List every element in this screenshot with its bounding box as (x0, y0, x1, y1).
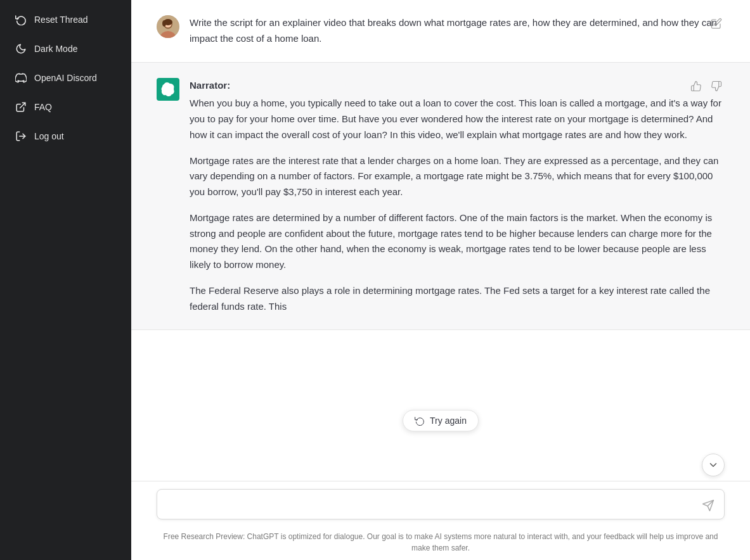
sidebar-item-reset-thread[interactable]: Reset Thread (5, 6, 126, 33)
user-message-block: Write the script for an explainer video … (131, 0, 750, 63)
input-wrapper (157, 489, 725, 523)
svg-line-0 (20, 103, 25, 108)
try-again-container: Try again (131, 449, 750, 481)
sidebar-label-reset-thread: Reset Thread (34, 15, 88, 25)
sidebar-label-dark-mode: Dark Mode (34, 44, 77, 54)
sidebar-item-openai-discord[interactable]: OpenAI Discord (5, 65, 126, 91)
openai-avatar (157, 78, 179, 101)
user-message-text: Write the script for an explainer video … (190, 17, 717, 44)
sidebar-label-logout: Log out (34, 131, 64, 141)
thumbs-down-button[interactable] (708, 78, 725, 94)
moon-icon (15, 43, 27, 54)
ai-paragraph-1: When you buy a home, you typically need … (190, 98, 721, 140)
logout-icon (15, 130, 27, 142)
try-again-tooltip[interactable]: Try again (403, 410, 479, 431)
discord-icon (15, 72, 27, 84)
try-again-label: Try again (430, 416, 467, 426)
thumbs-up-button[interactable] (688, 78, 704, 94)
sidebar-item-dark-mode[interactable]: Dark Mode (5, 35, 126, 62)
edit-message-button[interactable] (708, 15, 725, 32)
ai-message-block: Narrator: When you buy a home, you typic… (131, 63, 750, 331)
sidebar-label-openai-discord: OpenAI Discord (34, 73, 97, 83)
footer-text: Free Research Preview: ChatGPT is optimi… (164, 532, 718, 552)
footer-bar: Free Research Preview: ChatGPT is optimi… (131, 527, 750, 560)
user-message-actions (708, 15, 725, 32)
ai-paragraph-3: Mortgage rates are determined by a numbe… (190, 212, 712, 270)
svg-point-7 (162, 20, 166, 27)
ai-message-actions (688, 78, 725, 94)
sidebar-item-faq[interactable]: FAQ (5, 94, 126, 120)
chevron-down-icon (708, 459, 719, 471)
send-button[interactable] (699, 497, 717, 514)
scroll-bottom-button[interactable] (702, 454, 725, 476)
reset-icon (15, 14, 27, 25)
user-avatar (157, 15, 179, 38)
chat-input[interactable] (157, 489, 725, 520)
ai-message-content: Narrator: When you buy a home, you typic… (190, 78, 725, 315)
ai-paragraph-2: Mortgage rates are the interest rate tha… (190, 155, 718, 198)
input-area (131, 481, 750, 528)
sidebar-item-logout[interactable]: Log out (5, 123, 126, 150)
send-icon (702, 499, 714, 512)
chat-area[interactable]: Write the script for an explainer video … (131, 0, 750, 449)
main-panel: Write the script for an explainer video … (131, 0, 750, 560)
sidebar-label-faq: FAQ (34, 102, 52, 112)
external-link-icon (15, 101, 27, 113)
ai-paragraph-4: The Federal Reserve also plays a role in… (190, 285, 710, 312)
user-message-content: Write the script for an explainer video … (190, 15, 725, 47)
narrator-label: Narrator: (190, 78, 725, 94)
sidebar: Reset Thread Dark Mode OpenAI Discord FA… (0, 0, 131, 560)
refresh-icon (415, 416, 425, 426)
